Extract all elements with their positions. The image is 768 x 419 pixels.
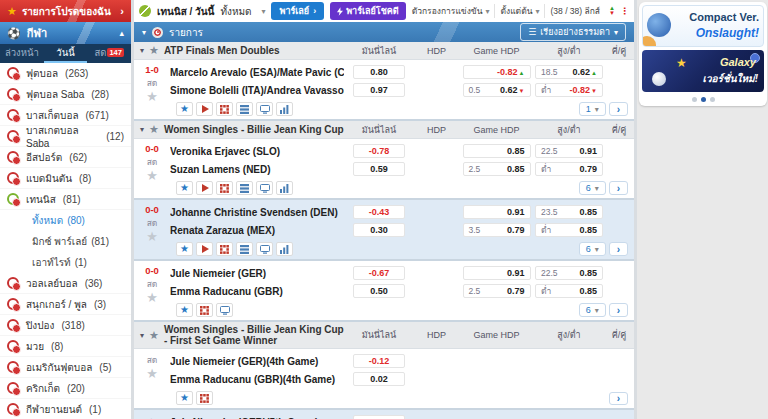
- more-options-icon[interactable]: ⋮: [620, 6, 629, 16]
- sidebar-item[interactable]: คริกเก็ต(20): [0, 378, 131, 399]
- statistics-icon[interactable]: [236, 242, 253, 256]
- sidebar-item[interactable]: แบดมินตัน(8): [0, 168, 131, 189]
- chart-icon[interactable]: [276, 242, 293, 256]
- game-hdp-odds[interactable]: 2.50.85: [463, 162, 531, 176]
- live-tv-icon[interactable]: [216, 303, 233, 317]
- sidebar-item[interactable]: อเมริกันฟุตบอล(5): [0, 357, 131, 378]
- chevron-down-icon[interactable]: ▾: [140, 125, 144, 134]
- game-hdp-odds[interactable]: 3.50.79: [463, 223, 531, 237]
- bet-grid-icon[interactable]: [216, 102, 233, 116]
- star-icon[interactable]: ★: [149, 329, 159, 342]
- sidebar-subitem[interactable]: มิกซ์ พาร์เลย์(81): [0, 231, 131, 252]
- odds-movement-icon[interactable]: ▲▼: [609, 6, 615, 16]
- live-tv-icon[interactable]: [256, 102, 273, 116]
- star-icon[interactable]: ★: [149, 44, 159, 57]
- game-hdp-odds[interactable]: 0.91: [463, 266, 531, 280]
- sidebar-tab[interactable]: วันนี้: [44, 44, 88, 63]
- chevron-down-icon[interactable]: ▾: [140, 46, 144, 55]
- moneyline-odds[interactable]: 0.56: [353, 415, 405, 419]
- chevron-down-icon[interactable]: ▾: [140, 331, 144, 340]
- favorite-icon[interactable]: ★: [176, 242, 193, 256]
- sidebar-subitem[interactable]: เอาท์ไรท์(1): [0, 252, 131, 273]
- expand-match-button[interactable]: ›: [609, 181, 628, 195]
- game-hdp-odds[interactable]: 2.50.79: [463, 284, 531, 298]
- promo-banner-compact[interactable]: Compact Ver. Onslaught!: [642, 5, 764, 47]
- favorite-star-icon[interactable]: ★: [146, 368, 158, 380]
- promo-banner-galaxy[interactable]: ★ Galaxy เวอร์ชั่นใหม่!: [642, 50, 764, 92]
- live-tv-icon[interactable]: [256, 181, 273, 195]
- bet-grid-icon[interactable]: [216, 242, 233, 256]
- sidebar-item[interactable]: มวย(8): [0, 336, 131, 357]
- game-hdp-odds[interactable]: 0.50.62▼: [463, 83, 531, 97]
- moneyline-odds[interactable]: -0.43: [353, 205, 405, 219]
- chart-icon[interactable]: [276, 102, 293, 116]
- game-hdp-odds[interactable]: 0.85: [463, 144, 531, 158]
- sidebar-item[interactable]: ฟุตบอล(263): [0, 63, 131, 84]
- favorite-star-icon[interactable]: ★: [146, 170, 158, 182]
- over-under-odds[interactable]: ต่ำ0.85: [535, 284, 603, 298]
- moneyline-odds[interactable]: -0.78: [353, 144, 405, 158]
- sidebar-item[interactable]: สนุกเกอร์ / พูล(3): [0, 294, 131, 315]
- live-tv-icon[interactable]: [256, 242, 273, 256]
- expand-match-button[interactable]: ›: [609, 102, 628, 116]
- over-under-odds[interactable]: 22.50.85: [535, 266, 603, 280]
- market-filter-select[interactable]: ทั้งหมด▾: [220, 4, 265, 19]
- expand-match-button[interactable]: ›: [609, 242, 628, 256]
- chart-icon[interactable]: [276, 181, 293, 195]
- sidebar-item[interactable]: เทนนิส(81): [0, 189, 131, 210]
- favorite-star-icon[interactable]: ★: [146, 91, 158, 103]
- favorite-icon[interactable]: ★: [176, 303, 193, 317]
- bet-grid-icon[interactable]: [196, 391, 213, 405]
- moneyline-odds[interactable]: 0.30: [353, 223, 405, 237]
- favorite-star-icon[interactable]: ★: [146, 292, 158, 304]
- sidebar-item[interactable]: ฟุตบอล Saba(28): [0, 84, 131, 105]
- game-hdp-odds[interactable]: -0.82▲: [463, 65, 531, 79]
- market-count-dropdown[interactable]: 6▾: [579, 303, 606, 317]
- sports-header-bar[interactable]: ⚽ กีฬา ▴: [0, 22, 131, 44]
- statistics-icon[interactable]: [236, 181, 253, 195]
- live-play-icon[interactable]: [196, 242, 213, 256]
- moneyline-odds[interactable]: -0.12: [353, 354, 405, 368]
- match-filter-dropdown[interactable]: ตัวกรองการแข่งขัน▾: [412, 4, 496, 18]
- expand-match-button[interactable]: ›: [609, 392, 628, 405]
- sidebar-item[interactable]: บาสเกตบอล Saba(12): [0, 126, 131, 147]
- market-count-dropdown[interactable]: 6▾: [579, 181, 606, 195]
- expand-match-button[interactable]: ›: [609, 303, 628, 317]
- sidebar-item[interactable]: วอลเลย์บอล(36): [0, 273, 131, 294]
- from-start-dropdown[interactable]: ตั้งแต่ต้น▾: [500, 4, 545, 18]
- parlay-button[interactable]: พาร์เลย์›: [271, 2, 324, 20]
- over-under-odds[interactable]: 18.50.62▲: [535, 65, 603, 79]
- over-under-odds[interactable]: 22.50.91: [535, 144, 603, 158]
- carousel-dot[interactable]: [692, 97, 697, 102]
- sidebar-tab[interactable]: สด147: [87, 44, 131, 63]
- moneyline-odds[interactable]: 0.59: [353, 162, 405, 176]
- bet-grid-icon[interactable]: [216, 181, 233, 195]
- live-play-icon[interactable]: [196, 102, 213, 116]
- chevron-down-icon[interactable]: ▾: [142, 28, 146, 37]
- favorite-icon[interactable]: ★: [176, 102, 193, 116]
- sidebar-subitem[interactable]: ทั้งหมด(80): [0, 210, 131, 231]
- sidebar-item[interactable]: อีสปอร์ต(62): [0, 147, 131, 168]
- favorite-star-icon[interactable]: ★: [146, 231, 158, 243]
- carousel-dot[interactable]: [710, 97, 715, 102]
- market-count-dropdown[interactable]: 1▾: [579, 102, 606, 116]
- bet-grid-icon[interactable]: [196, 303, 213, 317]
- over-under-odds[interactable]: ต่ำ0.85: [535, 223, 603, 237]
- favorites-bar[interactable]: ★ รายการโปรดของฉัน ›: [0, 0, 131, 22]
- moneyline-odds[interactable]: 0.02: [353, 372, 405, 386]
- lucky-parlay-button[interactable]: พาร์เลย์โชคดี: [330, 2, 406, 20]
- over-under-odds[interactable]: ต่ำ0.79: [535, 162, 603, 176]
- sort-mode-button[interactable]: ☰ เรียงอย่างธรรมดา ▾: [520, 23, 626, 41]
- sidebar-item[interactable]: ปิงปอง(318): [0, 315, 131, 336]
- moneyline-odds[interactable]: 0.80: [353, 65, 405, 79]
- over-under-odds[interactable]: 23.50.85: [535, 205, 603, 219]
- star-icon[interactable]: ★: [149, 123, 159, 136]
- sidebar-item[interactable]: กีฬายานยนต์(1): [0, 399, 131, 419]
- over-under-odds[interactable]: ต่ำ-0.82▼: [535, 83, 603, 97]
- sidebar-tab[interactable]: ล่วงหน้า: [0, 44, 44, 63]
- moneyline-odds[interactable]: -0.67: [353, 266, 405, 280]
- game-hdp-odds[interactable]: 0.91: [463, 205, 531, 219]
- live-play-icon[interactable]: [196, 181, 213, 195]
- moneyline-odds[interactable]: 0.97: [353, 83, 405, 97]
- carousel-dot-active[interactable]: [701, 97, 706, 102]
